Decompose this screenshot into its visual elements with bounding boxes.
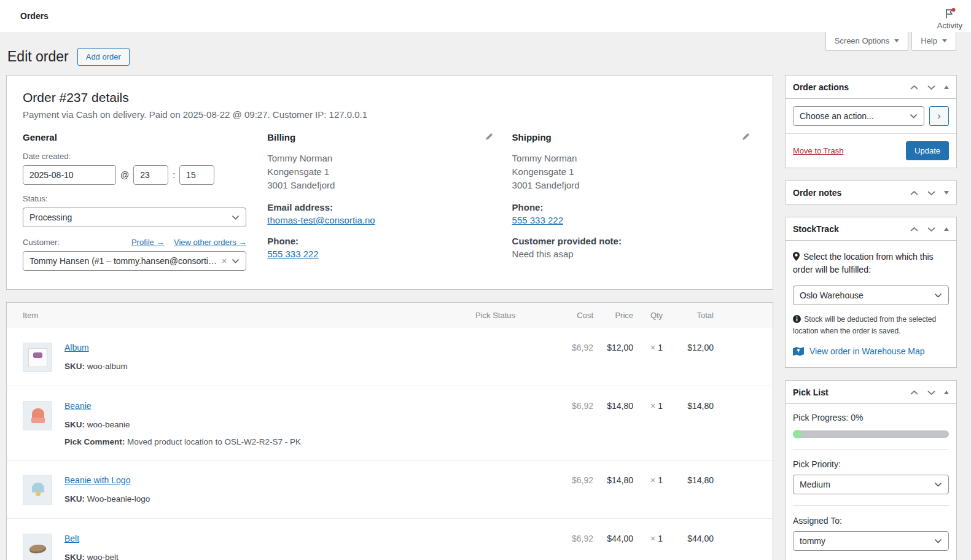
edit-order-page: { "topbar": { "title": "Orders", "activi…: [0, 0, 971, 560]
billing-address: Tommy Norman Kongensgate 1 3001 Sandefjo…: [267, 152, 491, 192]
hour-input[interactable]: [133, 165, 168, 185]
assigned-to-select[interactable]: tommy: [793, 531, 949, 551]
move-up-icon[interactable]: [910, 390, 919, 395]
edit-shipping-button[interactable]: [741, 132, 751, 142]
col-price: Price: [593, 311, 633, 320]
collapse-toggle-icon[interactable]: [944, 391, 949, 394]
apply-action-button[interactable]: ›: [929, 106, 949, 126]
content: Order #237 details Payment via Cash on d…: [0, 66, 971, 560]
status-select[interactable]: Processing: [23, 208, 246, 227]
general-section: General Date created: @ : Status: Proces…: [23, 132, 267, 271]
pick-priority-value: Medium: [800, 480, 830, 489]
add-order-button[interactable]: Add order: [77, 48, 130, 66]
pick-status-cell: [475, 519, 534, 560]
move-to-trash-link[interactable]: Move to Trash: [793, 146, 843, 155]
update-button[interactable]: Update: [906, 141, 949, 160]
date-created-input[interactable]: [23, 165, 116, 185]
customer-value: Tommy Hansen (#1 – tommy.hansen@consorti…: [29, 256, 217, 266]
chevron-down-icon: [934, 482, 942, 487]
order-action-select[interactable]: Choose an action...: [793, 106, 924, 126]
activity-flag-icon: [943, 8, 956, 20]
fulfillment-location-select[interactable]: Oslo Warehouse: [793, 286, 949, 305]
profile-link[interactable]: Profile →: [131, 238, 164, 247]
billing-email-link[interactable]: thomas-test@consortia.no: [267, 215, 375, 225]
info-icon: [793, 315, 801, 323]
order-details-panel: Order #237 details Payment via Cash on d…: [6, 75, 773, 290]
collapse-toggle-icon[interactable]: [944, 85, 949, 89]
chevron-down-icon: [910, 114, 918, 119]
qty-cell: × 1: [633, 386, 680, 460]
product-thumbnail: [23, 401, 52, 430]
view-other-orders-link[interactable]: View other orders →: [174, 238, 246, 247]
divider: [793, 449, 949, 449]
product-thumbnail: [23, 475, 52, 505]
collapse-toggle-icon[interactable]: [944, 227, 949, 231]
general-heading: General: [23, 132, 246, 142]
pick-status-cell: [475, 386, 534, 460]
screen-options-button[interactable]: Screen Options: [825, 32, 909, 51]
qty-cell: × 1: [633, 519, 680, 560]
chevron-down-icon: [232, 259, 240, 263]
billing-phone-link[interactable]: 555 333 222: [267, 249, 318, 259]
pick-comment-line: Pick Comment: Moved product location to …: [64, 437, 301, 446]
pick-progress-label: Pick Progress: 0%: [793, 413, 949, 422]
edit-billing-button[interactable]: [485, 132, 494, 142]
help-button[interactable]: Help: [911, 32, 956, 51]
move-up-icon[interactable]: [910, 190, 919, 196]
stocktrack-panel: StockTrack Select the location from whic…: [785, 217, 957, 368]
move-down-icon[interactable]: [927, 85, 936, 90]
stock-deduction-note: Stock will be deducted from the selected…: [793, 314, 949, 336]
expand-toggle-icon[interactable]: [944, 191, 949, 195]
screen-options-label: Screen Options: [835, 36, 890, 45]
move-down-icon[interactable]: [927, 227, 936, 232]
cost-cell: $6,92: [534, 519, 593, 560]
items-table-header: Item Pick Status Cost Price Qty Total: [7, 303, 773, 328]
product-link[interactable]: Belt: [64, 534, 79, 543]
minute-input[interactable]: [179, 165, 214, 185]
product-link[interactable]: Beanie with Logo: [64, 475, 130, 485]
customer-note-value: Need this asap: [512, 249, 574, 259]
shipping-address: Tommy Norman Kongensgate 1 3001 Sandefjo…: [512, 152, 736, 192]
warehouse-map-link[interactable]: View order in Warehouse Map: [793, 346, 949, 356]
col-qty: Qty: [633, 311, 680, 320]
shipping-phone-link[interactable]: 555 333 222: [512, 215, 563, 225]
date-created-label: Date created:: [23, 152, 246, 161]
pick-status-cell: [475, 328, 534, 386]
cost-cell: $6,92: [534, 461, 593, 518]
divider: [793, 505, 949, 506]
help-label: Help: [921, 36, 937, 45]
chevron-down-icon: [942, 39, 947, 42]
pencil-icon: [741, 132, 751, 141]
qty-cell: × 1: [633, 461, 680, 518]
sku-line: SKU: woo-beanie: [64, 420, 301, 429]
move-down-icon[interactable]: [927, 190, 936, 196]
fulfillment-location-value: Oslo Warehouse: [800, 290, 864, 300]
chevron-down-icon: [934, 293, 942, 298]
customer-select[interactable]: Tommy Hansen (#1 – tommy.hansen@consorti…: [23, 251, 246, 271]
price-cell: $14,80: [593, 386, 633, 460]
sku-line: SKU: woo-belt: [64, 553, 119, 560]
location-pin-icon: [793, 252, 800, 261]
pick-priority-label: Pick Priority:: [793, 459, 949, 469]
order-subtitle: Payment via Cash on delivery. Paid on 20…: [23, 109, 757, 120]
move-up-icon[interactable]: [910, 85, 919, 90]
billing-phone-label: Phone:: [267, 236, 491, 246]
items-rows: Album SKU: woo-album $6,92 $12,00 ×: [7, 328, 773, 560]
order-action-value: Choose an action...: [800, 111, 874, 121]
price-cell: $44,00: [593, 519, 633, 560]
order-actions-title: Order actions: [793, 82, 910, 92]
page-title: Edit order: [7, 49, 69, 64]
table-row: Belt SKU: woo-belt $6,92 $44,00 ×: [7, 518, 773, 560]
pick-progress-dot: [793, 430, 801, 438]
qty-cell: × 1: [633, 328, 680, 386]
activity-button[interactable]: Activity: [937, 8, 962, 30]
pick-priority-select[interactable]: Medium: [793, 475, 949, 494]
move-up-icon[interactable]: [910, 227, 919, 232]
clear-customer-icon[interactable]: ×: [222, 256, 227, 266]
order-items-panel: Item Pick Status Cost Price Qty Total Al…: [6, 302, 773, 560]
customer-label: Customer:: [23, 238, 60, 247]
product-link[interactable]: Beanie: [64, 401, 92, 411]
move-down-icon[interactable]: [927, 390, 936, 395]
stocktrack-title: StockTrack: [793, 224, 910, 234]
product-link[interactable]: Album: [64, 343, 89, 352]
